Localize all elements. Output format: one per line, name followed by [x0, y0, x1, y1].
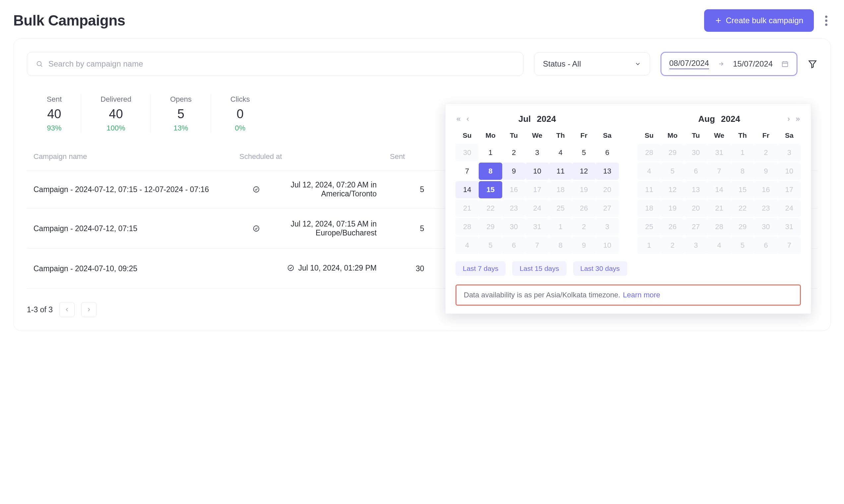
calendar-day[interactable]: 3 [684, 237, 707, 254]
calendar-day[interactable]: 7 [707, 163, 730, 180]
calendar-day[interactable]: 23 [502, 200, 526, 217]
calendar-day[interactable]: 19 [661, 200, 684, 217]
page-overflow-menu[interactable] [822, 12, 831, 29]
calendar-day[interactable]: 1 [479, 144, 502, 161]
calendar-day[interactable]: 3 [596, 218, 619, 235]
calendar-day[interactable]: 26 [661, 218, 684, 235]
calendar-day[interactable]: 22 [731, 200, 754, 217]
prev-month-icon[interactable] [465, 116, 471, 122]
create-bulk-campaign-button[interactable]: Create bulk campaign [704, 9, 814, 32]
calendar-day[interactable]: 9 [754, 163, 777, 180]
calendar-day[interactable]: 30 [754, 218, 777, 235]
calendar-day[interactable]: 30 [684, 144, 707, 161]
calendar-day[interactable]: 18 [637, 200, 661, 217]
calendar-day[interactable]: 28 [455, 218, 479, 235]
calendar-day[interactable]: 4 [455, 237, 479, 254]
timezone-learn-more-link[interactable]: Learn more [623, 291, 660, 299]
calendar-day[interactable]: 5 [731, 237, 754, 254]
date-preset-chip[interactable]: Last 7 days [455, 261, 505, 276]
calendar-day[interactable]: 29 [731, 218, 754, 235]
calendar-day[interactable]: 31 [526, 218, 549, 235]
calendar-day[interactable]: 25 [637, 218, 661, 235]
calendar-day[interactable]: 6 [502, 237, 526, 254]
calendar-day[interactable]: 31 [707, 144, 730, 161]
calendar-month-label-right[interactable]: Aug [698, 114, 715, 124]
calendar-day[interactable]: 7 [778, 237, 801, 254]
calendar-day[interactable]: 17 [778, 181, 801, 198]
date-preset-chip[interactable]: Last 30 days [573, 261, 627, 276]
calendar-day[interactable]: 10 [596, 237, 619, 254]
calendar-day[interactable]: 16 [754, 181, 777, 198]
calendar-day[interactable]: 10 [778, 163, 801, 180]
calendar-day[interactable]: 4 [637, 163, 661, 180]
calendar-day[interactable]: 7 [455, 163, 479, 180]
calendar-day[interactable]: 1 [549, 218, 572, 235]
calendar-day[interactable]: 27 [684, 218, 707, 235]
filter-icon[interactable] [808, 59, 817, 69]
calendar-year-label-left[interactable]: 2024 [537, 114, 556, 124]
pagination-prev[interactable] [59, 302, 74, 317]
calendar-day[interactable]: 1 [731, 144, 754, 161]
date-preset-chip[interactable]: Last 15 days [512, 261, 566, 276]
calendar-day[interactable]: 5 [572, 144, 596, 161]
calendar-day[interactable]: 10 [526, 163, 549, 180]
calendar-day[interactable]: 30 [502, 218, 526, 235]
calendar-day[interactable]: 25 [549, 200, 572, 217]
prev-year-icon[interactable] [455, 116, 462, 122]
search-input-wrapper[interactable] [27, 52, 523, 76]
calendar-day[interactable]: 4 [549, 144, 572, 161]
calendar-day[interactable]: 9 [572, 237, 596, 254]
calendar-day[interactable]: 29 [479, 218, 502, 235]
calendar-day[interactable]: 2 [661, 237, 684, 254]
calendar-day[interactable]: 14 [455, 181, 479, 198]
calendar-day[interactable]: 26 [572, 200, 596, 217]
calendar-day[interactable]: 31 [778, 218, 801, 235]
calendar-day[interactable]: 23 [754, 200, 777, 217]
calendar-day[interactable]: 3 [778, 144, 801, 161]
calendar-day[interactable]: 20 [596, 181, 619, 198]
calendar-day[interactable]: 6 [684, 163, 707, 180]
status-filter[interactable]: Status - All [534, 52, 650, 75]
calendar-day[interactable]: 16 [502, 181, 526, 198]
calendar-day[interactable]: 24 [778, 200, 801, 217]
calendar-day[interactable]: 14 [707, 181, 730, 198]
calendar-day[interactable]: 7 [526, 237, 549, 254]
calendar-day[interactable]: 15 [479, 181, 502, 198]
calendar-day[interactable]: 6 [596, 144, 619, 161]
calendar-day[interactable]: 9 [502, 163, 526, 180]
calendar-day[interactable]: 21 [707, 200, 730, 217]
calendar-day[interactable]: 5 [479, 237, 502, 254]
calendar-day[interactable]: 22 [479, 200, 502, 217]
calendar-day[interactable]: 30 [455, 144, 479, 161]
calendar-day[interactable]: 2 [572, 218, 596, 235]
calendar-day[interactable]: 5 [661, 163, 684, 180]
calendar-month-label-left[interactable]: Jul [518, 114, 531, 124]
calendar-day[interactable]: 13 [684, 181, 707, 198]
calendar-day[interactable]: 11 [637, 181, 661, 198]
calendar-day[interactable]: 21 [455, 200, 479, 217]
pagination-next[interactable] [81, 302, 97, 317]
calendar-day[interactable]: 28 [707, 218, 730, 235]
calendar-day[interactable]: 13 [596, 163, 619, 180]
search-input[interactable] [48, 59, 515, 69]
calendar-day[interactable]: 28 [637, 144, 661, 161]
calendar-day[interactable]: 20 [684, 200, 707, 217]
calendar-day[interactable]: 24 [526, 200, 549, 217]
calendar-day[interactable]: 2 [502, 144, 526, 161]
calendar-day[interactable]: 29 [661, 144, 684, 161]
calendar-day[interactable]: 11 [549, 163, 572, 180]
calendar-day[interactable]: 17 [526, 181, 549, 198]
calendar-day[interactable]: 2 [754, 144, 777, 161]
calendar-day[interactable]: 19 [572, 181, 596, 198]
calendar-day[interactable]: 6 [754, 237, 777, 254]
calendar-day[interactable]: 1 [637, 237, 661, 254]
next-month-icon[interactable] [786, 116, 792, 122]
calendar-day[interactable]: 12 [661, 181, 684, 198]
next-year-icon[interactable] [795, 116, 801, 122]
calendar-day[interactable]: 8 [479, 163, 502, 180]
calendar-day[interactable]: 12 [572, 163, 596, 180]
date-range-picker-trigger[interactable]: 08/07/2024 15/07/2024 [661, 52, 797, 76]
calendar-day[interactable]: 15 [731, 181, 754, 198]
calendar-day[interactable]: 4 [707, 237, 730, 254]
calendar-day[interactable]: 3 [526, 144, 549, 161]
